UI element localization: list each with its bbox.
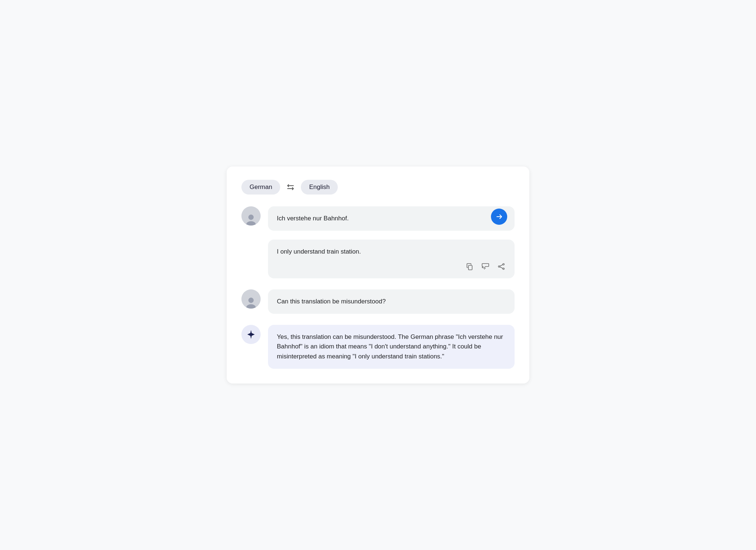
translation-bubble: I only understand train station.	[268, 240, 515, 278]
translate-button[interactable]	[491, 209, 507, 225]
user-input-group: Ich verstehe nur Bahnhof. I only underst…	[241, 206, 515, 278]
svg-point-0	[248, 214, 254, 220]
svg-rect-2	[468, 265, 472, 270]
user-input-bubble: Ich verstehe nur Bahnhof.	[268, 206, 515, 231]
svg-point-1	[246, 221, 255, 226]
user-avatar	[241, 206, 261, 226]
svg-point-7	[246, 304, 255, 309]
ai-avatar	[241, 325, 261, 344]
user-avatar-2	[241, 289, 261, 309]
ai-response-row: Yes, this translation can be misundersto…	[241, 325, 515, 369]
feedback-button[interactable]	[481, 262, 490, 271]
language-header: German English	[241, 180, 515, 195]
user-question-group: Can this translation be misunderstood?	[241, 289, 515, 314]
user-input-row: Ich verstehe nur Bahnhof.	[241, 206, 515, 231]
share-button[interactable]	[497, 262, 506, 271]
translation-text: I only understand train station.	[277, 248, 361, 255]
user-input-text: Ich verstehe nur Bahnhof.	[277, 215, 349, 222]
ai-response-bubble: Yes, this translation can be misundersto…	[268, 325, 515, 369]
ai-response-text: Yes, this translation can be misundersto…	[277, 333, 503, 360]
translation-row: I only understand train station.	[241, 240, 515, 278]
user-question-bubble: Can this translation be misunderstood?	[268, 289, 515, 314]
svg-point-6	[248, 298, 254, 303]
user-question-text: Can this translation be misunderstood?	[277, 298, 386, 305]
lang-to-button[interactable]: English	[301, 180, 338, 195]
swap-icon[interactable]	[286, 183, 295, 191]
action-icons	[277, 262, 506, 271]
copy-button[interactable]	[465, 262, 474, 271]
app-container: German English Ich verstehe nur Bahnhof.	[227, 166, 529, 384]
user-question-row: Can this translation be misunderstood?	[241, 289, 515, 314]
lang-from-button[interactable]: German	[241, 180, 280, 195]
